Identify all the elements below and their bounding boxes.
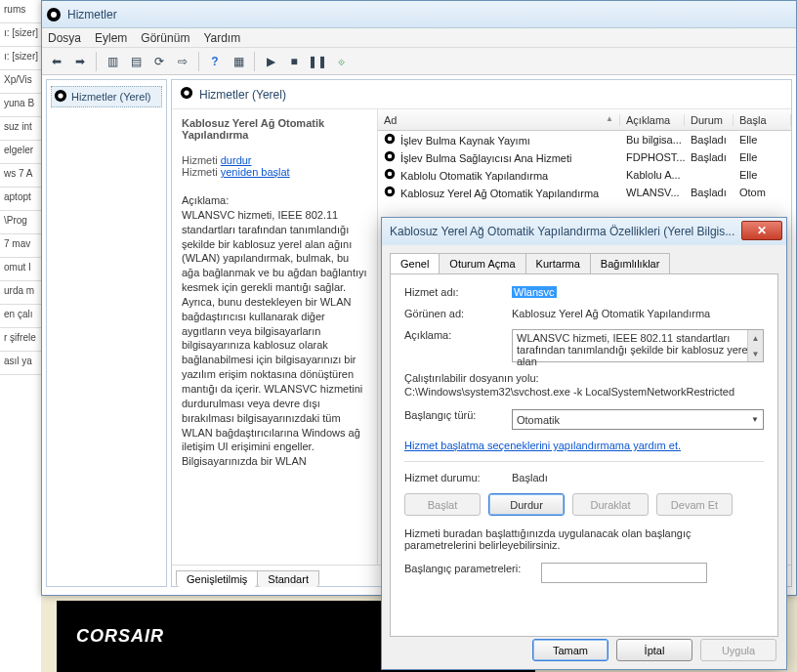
svg-point-13 <box>388 189 393 194</box>
gear-icon <box>384 168 398 182</box>
dialog-tabs: Genel Oturum Açma Kurtarma Bağımlılıklar <box>382 245 786 273</box>
col-name[interactable]: Ad ▲ <box>378 114 620 126</box>
tab-recovery[interactable]: Kurtarma <box>525 253 591 273</box>
menu-view[interactable]: Görünüm <box>141 31 189 45</box>
show-hide-tree-button[interactable]: ▥ <box>102 51 123 72</box>
services-titlebar[interactable]: Hizmetler <box>42 1 796 28</box>
services-toolbar: ⬅ ➡ ▥ ▤ ⟳ ⇨ ? ▦ ▶ ■ ❚❚ ⟐ <box>42 48 796 75</box>
bg-link[interactable]: 7 mav <box>0 234 41 258</box>
bg-link[interactable]: rums <box>0 0 41 23</box>
bg-link[interactable]: urda m <box>0 281 41 305</box>
restart-link[interactable]: yeniden başlat <box>221 166 290 178</box>
label-service-name: Hizmet adı: <box>404 286 512 298</box>
value-exe-path: C:\Windows\system32\svchost.exe -k Local… <box>404 386 764 398</box>
menu-help[interactable]: Yardım <box>203 31 240 45</box>
bg-link[interactable]: omut I <box>0 258 41 281</box>
forward-button[interactable]: ➡ <box>69 51 91 72</box>
tab-extended[interactable]: Genişletilmiş <box>176 570 258 587</box>
gear-icon <box>384 186 398 199</box>
tab-logon[interactable]: Oturum Açma <box>439 253 525 273</box>
refresh-button[interactable]: ⟳ <box>148 51 170 72</box>
col-status[interactable]: Durum <box>685 114 734 126</box>
svg-point-9 <box>388 154 393 159</box>
help-link[interactable]: Hizmet başlatma seçeneklerini yapılandır… <box>404 440 681 451</box>
col-desc[interactable]: Açıklama <box>620 114 685 126</box>
label-start-params: Başlangıç parametreleri: <box>404 563 541 574</box>
label-description: Açıklama: <box>404 329 512 341</box>
resume-button[interactable]: Devam Et <box>656 493 733 516</box>
value-service-name[interactable]: Wlansvc <box>512 286 557 298</box>
scroll-up-icon[interactable]: ▲ <box>747 330 763 346</box>
bg-link[interactable]: en çalı <box>0 305 41 328</box>
svg-point-3 <box>58 93 63 98</box>
pause-service-button[interactable]: Duraklat <box>572 493 649 516</box>
toolbar-icon[interactable]: ▦ <box>228 51 249 72</box>
bg-link[interactable]: Xp/Vis <box>0 70 41 94</box>
dialog-title-text: Kablosuz Yerel Ağ Otomatik Yapılandırma … <box>390 225 734 238</box>
col-startup[interactable]: Başla <box>734 114 791 126</box>
tab-standard[interactable]: Standart <box>257 570 319 587</box>
value-display-name: Kablosuz Yerel Ağ Otomatik Yapılandırma <box>512 308 764 319</box>
label-exe-path: Çalıştırılabilir dosyanın yolu: <box>404 372 764 384</box>
bg-link[interactable]: elgeler <box>0 141 41 164</box>
gear-icon <box>54 89 67 105</box>
services-menubar: Dosya Eylem Görünüm Yardım <box>42 28 796 48</box>
play-button[interactable]: ▶ <box>260 51 281 72</box>
bg-link[interactable]: ı: [sizer] <box>0 23 41 47</box>
table-row[interactable]: Kablosuz Yerel Ağ Otomatik YapılandırmaW… <box>378 184 791 201</box>
bg-link[interactable]: ı: [sizer] <box>0 47 41 70</box>
bg-link[interactable]: ws 7 A <box>0 164 41 188</box>
bg-link[interactable]: r şifrele <box>0 328 41 352</box>
description-textarea[interactable]: WLANSVC hizmeti, IEEE 802.11 standartlar… <box>512 329 764 362</box>
bg-link[interactable]: suz int <box>0 117 41 141</box>
gear-icon <box>180 86 193 103</box>
gear-icon <box>384 150 398 164</box>
startup-type-select[interactable]: Otomatik ▼ <box>512 409 764 430</box>
description-text: WLANSVC hizmeti, IEEE 802.11 standartlar… <box>182 208 367 469</box>
bg-link[interactable]: yuna B <box>0 94 41 117</box>
selected-service-name: Kablosuz Yerel Ağ Otomatik Yapılandırma <box>182 117 367 141</box>
export-button[interactable]: ⇨ <box>172 51 193 72</box>
restart-button[interactable]: ⟐ <box>330 51 352 72</box>
apply-button[interactable]: Uygula <box>700 639 776 661</box>
scroll-down-icon[interactable]: ▼ <box>747 346 763 361</box>
stop-link[interactable]: durdur <box>221 154 252 166</box>
bg-link[interactable]: aptopt <box>0 188 41 211</box>
description-column: Kablosuz Yerel Ağ Otomatik Yapılandırma … <box>172 109 377 565</box>
table-row[interactable]: Kablolu Otomatik YapılandırmaKablolu A..… <box>378 166 791 184</box>
tab-dependencies[interactable]: Bağımlılıklar <box>590 253 671 273</box>
tab-general[interactable]: Genel <box>390 253 440 273</box>
menu-file[interactable]: Dosya <box>48 31 81 45</box>
pause-button[interactable]: ❚❚ <box>307 51 328 72</box>
tree-item-local[interactable]: Hizmetler (Yerel) <box>51 86 162 107</box>
label-display-name: Görünen ad: <box>404 308 512 319</box>
start-params-input[interactable] <box>541 563 707 583</box>
gear-icon <box>384 133 398 147</box>
stop-service-button[interactable]: Durdur <box>488 493 565 516</box>
ok-button[interactable]: Tamam <box>532 639 608 661</box>
table-row[interactable]: İşlev Bulma Sağlayıcısı Ana HizmetiFDPHO… <box>378 148 791 166</box>
services-title-text: Hizmetler <box>67 8 792 21</box>
svg-point-1 <box>51 12 57 18</box>
list-header: Ad ▲ Açıklama Durum Başla <box>378 109 791 131</box>
back-button[interactable]: ⬅ <box>46 51 67 72</box>
bg-link[interactable]: \Prog <box>0 211 41 234</box>
chevron-down-icon: ▼ <box>751 415 759 424</box>
bg-link[interactable]: asıl ya <box>0 352 41 375</box>
menu-action[interactable]: Eylem <box>95 31 127 45</box>
stop-button[interactable]: ■ <box>283 51 305 72</box>
services-tree-pane: Hizmetler (Yerel) <box>46 79 167 587</box>
svg-point-11 <box>388 172 393 177</box>
dialog-footer: Tamam İptal Uygula <box>532 639 776 661</box>
table-row[interactable]: İşlev Bulma Kaynak YayımıBu bilgisa...Ba… <box>378 131 791 148</box>
services-app-icon <box>46 7 62 22</box>
cancel-button[interactable]: İptal <box>616 639 692 661</box>
properties-button[interactable]: ▤ <box>125 51 147 72</box>
service-properties-dialog: Kablosuz Yerel Ağ Otomatik Yapılandırma … <box>381 217 787 670</box>
tree-item-label: Hizmetler (Yerel) <box>71 91 151 103</box>
help-button[interactable]: ? <box>204 51 226 72</box>
close-button[interactable]: ✕ <box>741 221 782 240</box>
dialog-titlebar[interactable]: Kablosuz Yerel Ağ Otomatik Yapılandırma … <box>382 218 786 245</box>
svg-point-7 <box>388 137 393 142</box>
start-button[interactable]: Başlat <box>404 493 481 516</box>
